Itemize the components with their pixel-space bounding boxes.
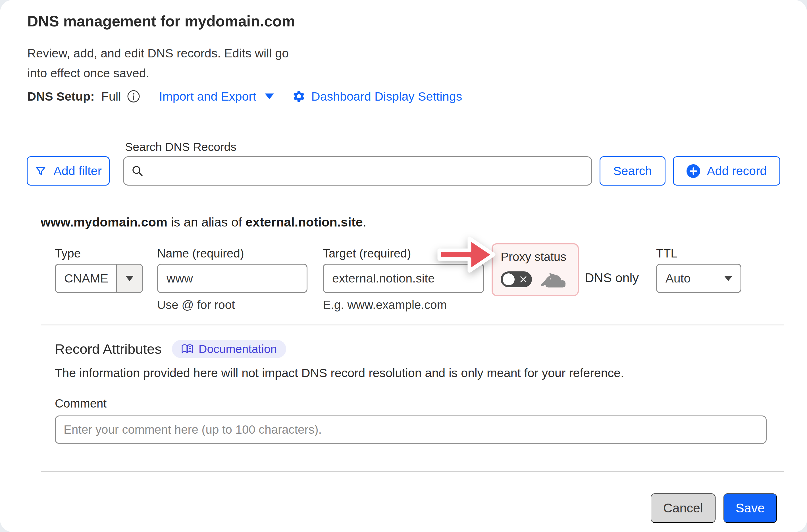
divider (41, 471, 784, 472)
search-dns-records-label: Search DNS Records (125, 140, 236, 154)
name-field-group: Name (required) Use @ for root (157, 247, 307, 312)
target-label: Target (required) (323, 247, 484, 262)
import-export-link[interactable]: Import and Export (159, 90, 274, 103)
alias-target: external.notion.site (246, 215, 363, 229)
alias-suffix: . (363, 215, 367, 229)
type-field-group: Type CNAME (55, 247, 143, 293)
add-record-label: Add record (707, 164, 767, 178)
name-input[interactable] (157, 264, 307, 293)
ttl-label: TTL (656, 247, 741, 262)
info-icon[interactable] (127, 90, 140, 103)
save-label: Save (736, 501, 765, 515)
comment-input[interactable] (55, 416, 767, 444)
search-input[interactable] (123, 156, 592, 186)
alias-host: www.mydomain.com (41, 215, 167, 229)
cloud-dns-only-icon (540, 270, 569, 289)
comment-label: Comment (55, 397, 107, 411)
alias-connector: is an alias of (167, 215, 246, 229)
ttl-select-value: Auto (666, 271, 691, 285)
dns-setup-value: Full (101, 90, 121, 103)
name-label: Name (required) (157, 247, 307, 262)
dns-setup-row: DNS Setup: Full Import and Export Dashbo… (27, 88, 462, 104)
search-controls-row: Add filter Search Add record (27, 156, 780, 186)
ttl-field-group: TTL Auto (656, 247, 741, 293)
target-input[interactable] (323, 264, 484, 293)
page-title-prefix: DNS management for (27, 13, 185, 30)
search-button[interactable]: Search (599, 156, 666, 186)
search-button-label: Search (613, 164, 652, 178)
dns-setup-label: DNS Setup: (27, 90, 95, 103)
dns-management-panel: DNS management for mydomain.com Review, … (0, 0, 807, 532)
add-filter-label: Add filter (53, 164, 102, 178)
proxy-status-label: Proxy status (501, 250, 578, 264)
save-button[interactable]: Save (724, 493, 777, 523)
proxy-status-highlight-box: Proxy status (492, 243, 579, 296)
page-title: DNS management for mydomain.com (27, 13, 295, 30)
add-record-button[interactable]: Add record (673, 156, 780, 186)
record-attributes-description: The information provided here will not i… (55, 366, 624, 380)
page-title-domain: mydomain.com (185, 13, 295, 30)
proxy-status-toggle[interactable] (501, 271, 532, 287)
toggle-knob (503, 273, 515, 285)
proxy-status-text: DNS only (585, 270, 639, 285)
chevron-down-icon (724, 276, 733, 281)
page-subtitle: Review, add, and edit DNS records. Edits… (27, 43, 289, 83)
documentation-label: Documentation (199, 342, 277, 356)
subtitle-line-1: Review, add, and edit DNS records. Edits… (27, 43, 289, 63)
record-attributes-heading-row: Record Attributes Documentation (55, 340, 286, 358)
plus-circle-icon (687, 164, 700, 178)
divider (41, 325, 784, 325)
target-helper-text: E.g. www.example.com (323, 298, 484, 312)
type-select[interactable]: CNAME (55, 264, 143, 293)
type-select-value: CNAME (56, 271, 116, 285)
import-export-label: Import and Export (159, 90, 256, 103)
dashboard-display-settings-label: Dashboard Display Settings (311, 90, 462, 103)
dashboard-display-settings-link[interactable]: Dashboard Display Settings (292, 90, 462, 103)
add-filter-button[interactable]: Add filter (27, 156, 110, 186)
cancel-label: Cancel (663, 501, 703, 515)
target-field-group: Target (required) E.g. www.example.com (323, 247, 484, 312)
subtitle-line-2: into effect once saved. (27, 63, 289, 83)
documentation-link[interactable]: Documentation (172, 340, 286, 358)
record-attributes-heading: Record Attributes (55, 341, 162, 357)
search-box (123, 156, 592, 186)
filter-icon (35, 165, 46, 177)
ttl-select[interactable]: Auto (656, 264, 741, 293)
proxy-status-controls (501, 270, 578, 289)
open-book-icon (181, 344, 193, 354)
gear-icon (292, 90, 306, 103)
type-label: Type (55, 247, 143, 262)
name-helper-text: Use @ for root (157, 298, 307, 312)
alias-banner: www.mydomain.com is an alias of external… (41, 215, 366, 230)
type-select-caret-cell (116, 265, 142, 292)
cancel-button[interactable]: Cancel (651, 493, 715, 523)
toggle-off-x-icon (520, 276, 527, 283)
chevron-down-icon (125, 276, 134, 281)
chevron-down-icon (265, 94, 274, 99)
